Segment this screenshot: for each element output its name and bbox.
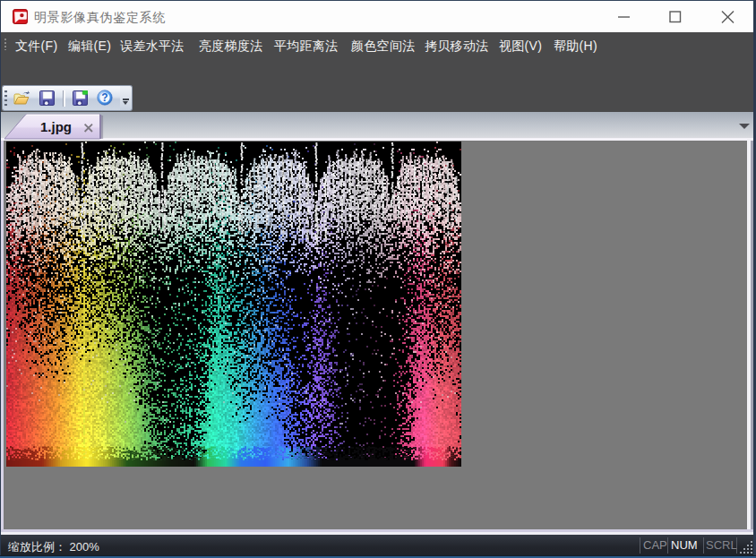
svg-text:?: ? xyxy=(101,91,107,104)
